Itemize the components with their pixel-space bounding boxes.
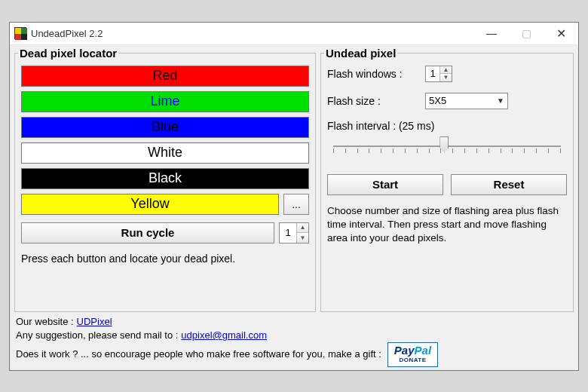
maximize-button[interactable]: ▢ [509,23,544,44]
color-button-red[interactable]: Red [21,66,309,87]
flash-size-select[interactable]: 5X5 ▼ [425,93,508,109]
flash-windows-label: Flash windows : [327,68,425,80]
paypal-donate-button[interactable]: PayPal DONATE [387,342,438,366]
start-button[interactable]: Start [327,174,443,195]
more-colors-button[interactable]: ... [283,194,309,215]
paypal-donate-text: DONATE [399,356,426,364]
color-button-lime[interactable]: Lime [21,91,309,112]
suggest-mail-link[interactable]: udpixel@gmail.com [181,329,267,342]
color-button-label: Black [149,170,182,186]
close-button[interactable]: ✕ [544,23,578,44]
suggest-label: Any suggestion, please send mail to : [16,329,178,342]
slider-ticks [333,149,561,153]
website-link[interactable]: UDPixel [77,315,112,329]
color-button-blue[interactable]: Blue [21,117,309,138]
donate-label: Does it work ? ... so encourage people w… [16,348,381,361]
undead-heading: Undead pixel [324,47,397,60]
spinner-up-icon[interactable]: ▲ [297,223,308,234]
run-cycle-spinner[interactable]: 1 ▲ ▼ [279,222,309,243]
flash-interval-slider[interactable] [327,135,567,161]
flash-windows-value: 1 [426,66,439,81]
locator-hint: Press each button and locate your dead p… [21,253,309,265]
run-cycle-value: 1 [280,223,296,243]
color-button-label: White [148,145,182,161]
window-title: UndeadPixel 2.2 [31,28,103,39]
locator-heading: Dead pixel locator [18,47,118,60]
color-button-label: Red [152,68,177,84]
reset-button[interactable]: Reset [451,174,567,195]
color-button-label: Blue [152,119,179,135]
spinner-up-icon[interactable]: ▲ [440,66,452,75]
footer: Our website : UDPixel Any suggestion, pl… [14,312,574,367]
flash-size-label: Flash size : [327,95,425,107]
paypal-pay-text: Pay [394,344,415,357]
paypal-pal-text: Pal [415,344,432,357]
undead-pixel-group: Undead pixel Flash windows : 1 ▲ ▼ Flash… [320,47,574,312]
flash-interval-label: Flash interval : (25 ms) [327,120,567,132]
app-icon [14,27,26,39]
minimize-button[interactable]: — [474,23,509,44]
chevron-down-icon: ▼ [497,96,504,105]
color-button-black[interactable]: Black [21,168,309,189]
color-button-white[interactable]: White [21,142,309,164]
more-colors-label: ... [292,198,301,210]
spinner-down-icon[interactable]: ▼ [297,233,308,243]
spinner-down-icon[interactable]: ▼ [440,74,452,81]
color-button-label: Lime [150,93,179,109]
window-controls: — ▢ ✕ [474,23,578,44]
panels: Dead pixel locator Red Lime Blue White B… [14,47,574,312]
run-cycle-label: Run cycle [121,226,175,239]
undead-description: Choose number and size of flashing area … [327,204,567,246]
website-label: Our website : [16,315,74,329]
flash-size-value: 5X5 [429,95,446,106]
dead-pixel-locator-group: Dead pixel locator Red Lime Blue White B… [14,47,316,312]
flash-windows-spinner[interactable]: 1 ▲ ▼ [425,66,452,82]
color-button-label: Yellow [130,196,169,212]
run-cycle-button[interactable]: Run cycle [21,222,274,243]
app-window: UndeadPixel 2.2 — ▢ ✕ Dead pixel locator… [9,22,579,371]
color-button-yellow[interactable]: Yellow [21,194,279,215]
content: Dead pixel locator Red Lime Blue White B… [10,45,578,370]
titlebar: UndeadPixel 2.2 — ▢ ✕ [10,23,578,45]
reset-button-label: Reset [494,178,525,191]
start-button-label: Start [372,178,398,191]
